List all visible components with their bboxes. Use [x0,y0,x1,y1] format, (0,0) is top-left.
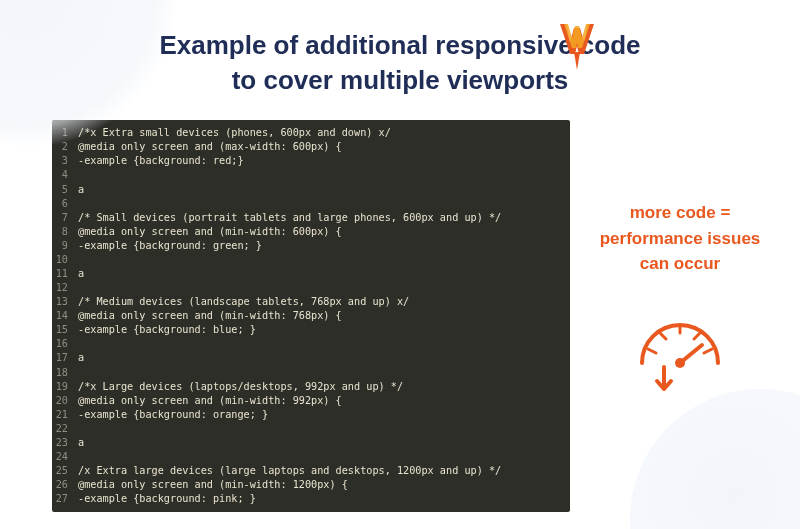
line-text: @media only screen and (max-width: 600px… [78,140,570,154]
code-block: 1/*x Extra small devices (phones, 600px … [52,120,570,512]
code-line: 8@media only screen and (min-width: 600p… [52,225,570,239]
svg-line-1 [660,333,666,339]
line-number: 15 [52,323,78,337]
line-text: a [78,436,570,450]
line-text: -example {background: red;} [78,154,570,168]
speedometer-icon [630,303,730,403]
line-text: @media only screen and (min-width: 1200p… [78,478,570,492]
code-line: 4 [52,168,570,182]
code-line: 10 [52,253,570,267]
line-number: 1 [52,126,78,140]
line-text [78,337,570,351]
code-line: 19/*x Large devices (laptops/desktops, 9… [52,380,570,394]
line-text [78,422,570,436]
code-line: 2@media only screen and (max-width: 600p… [52,140,570,154]
line-number: 6 [52,197,78,211]
line-number: 9 [52,239,78,253]
code-line: 22 [52,422,570,436]
svg-line-3 [694,333,700,339]
code-line: 5a [52,183,570,197]
line-number: 5 [52,183,78,197]
code-line: 13/* Medium devices (landscape tablets, … [52,295,570,309]
line-number: 18 [52,366,78,380]
line-number: 4 [52,168,78,182]
code-line: 7/* Small devices (portrait tablets and … [52,211,570,225]
w-rocket-logo-icon [560,24,594,74]
line-text [78,197,570,211]
line-text [78,168,570,182]
line-text: /* Small devices (portrait tablets and l… [78,211,570,225]
code-line: 16 [52,337,570,351]
line-number: 10 [52,253,78,267]
svg-line-0 [648,349,656,353]
line-number: 27 [52,492,78,506]
line-text: /*x Extra small devices (phones, 600px a… [78,126,570,140]
line-number: 24 [52,450,78,464]
line-number: 16 [52,337,78,351]
header: Example of additional responsive code to… [0,0,800,120]
code-line: 20@media only screen and (min-width: 992… [52,394,570,408]
code-line: 17a [52,351,570,365]
side-caption: more code = performance issues can occur [588,200,772,277]
line-number: 17 [52,351,78,365]
line-number: 21 [52,408,78,422]
code-line: 9-example {background: green; } [52,239,570,253]
code-line: 11a [52,267,570,281]
title-line-2: to cover multiple viewports [232,65,569,95]
svg-line-6 [680,345,702,363]
code-line: 26@media only screen and (min-width: 120… [52,478,570,492]
line-text: a [78,351,570,365]
code-line: 3-example {background: red;} [52,154,570,168]
code-line: 15-example {background: blue; } [52,323,570,337]
line-text: /*x Large devices (laptops/desktops, 992… [78,380,570,394]
line-number: 19 [52,380,78,394]
line-text: -example {background: orange; } [78,408,570,422]
code-line: 6 [52,197,570,211]
line-number: 25 [52,464,78,478]
side-line-3: can occur [640,254,720,273]
line-text: -example {background: blue; } [78,323,570,337]
line-text [78,281,570,295]
code-line: 12 [52,281,570,295]
code-line: 1/*x Extra small devices (phones, 600px … [52,126,570,140]
code-line: 24 [52,450,570,464]
side-line-1: more code = [630,203,731,222]
line-text: -example {background: green; } [78,239,570,253]
code-line: 25/x Extra large devices (large laptops … [52,464,570,478]
line-text [78,366,570,380]
line-text [78,450,570,464]
main-content: 1/*x Extra small devices (phones, 600px … [0,120,800,529]
line-text: -example {background: pink; } [78,492,570,506]
code-line: 18 [52,366,570,380]
line-text: /* Medium devices (landscape tablets, 76… [78,295,570,309]
line-number: 7 [52,211,78,225]
line-number: 13 [52,295,78,309]
line-number: 8 [52,225,78,239]
line-text: @media only screen and (min-width: 992px… [78,394,570,408]
side-panel: more code = performance issues can occur [588,120,772,403]
line-number: 20 [52,394,78,408]
line-text: @media only screen and (min-width: 768px… [78,309,570,323]
line-text [78,253,570,267]
line-text: a [78,267,570,281]
line-number: 22 [52,422,78,436]
line-number: 2 [52,140,78,154]
svg-line-4 [704,349,712,353]
line-number: 26 [52,478,78,492]
line-text: /x Extra large devices (large laptops an… [78,464,570,478]
line-number: 14 [52,309,78,323]
line-number: 11 [52,267,78,281]
line-number: 12 [52,281,78,295]
line-text: @media only screen and (min-width: 600px… [78,225,570,239]
code-line: 23a [52,436,570,450]
side-line-2: performance issues [600,229,761,248]
code-line: 14@media only screen and (min-width: 768… [52,309,570,323]
line-text: a [78,183,570,197]
line-number: 23 [52,436,78,450]
line-number: 3 [52,154,78,168]
code-line: 21-example {background: orange; } [52,408,570,422]
code-line: 27-example {background: pink; } [52,492,570,506]
